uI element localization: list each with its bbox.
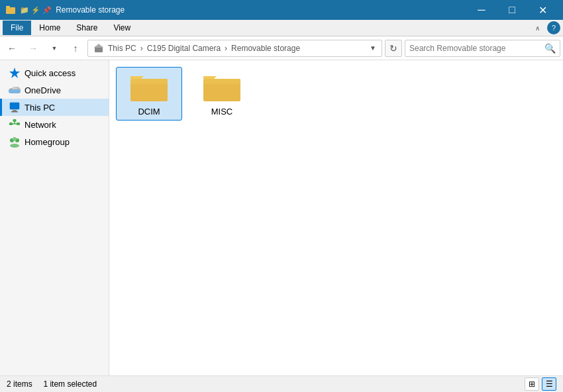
refresh-button[interactable]: ↻: [385, 40, 402, 57]
breadcrumb-removable[interactable]: Removable storage: [231, 44, 300, 53]
sidebar: Quick access OneDrive Thi: [0, 60, 109, 375]
search-input[interactable]: [409, 44, 544, 53]
sidebar-label-onedrive: OneDrive: [25, 85, 61, 95]
list-view-button[interactable]: ☰: [542, 377, 556, 391]
window-controls: ─ □ ✕: [466, 0, 558, 20]
onedrive-icon: [9, 84, 21, 96]
misc-folder-label: MISC: [211, 107, 233, 117]
status-bar: 2 items 1 item selected ⊞ ☰: [0, 375, 563, 392]
network-icon: [9, 119, 21, 130]
svg-point-21: [10, 144, 19, 148]
up-dropdown-button[interactable]: ▼: [45, 39, 64, 58]
dcim-folder-icon: [129, 71, 169, 104]
status-separator: [34, 379, 41, 389]
quick-access-icon: [9, 67, 21, 79]
svg-rect-25: [203, 79, 240, 84]
selected-count: 1 item selected: [43, 379, 97, 389]
address-bar[interactable]: This PC › C195 Digital Camera › Removabl…: [87, 40, 382, 57]
folder-item-dcim[interactable]: DCIM: [116, 67, 182, 121]
status-info: 2 items 1 item selected: [7, 379, 97, 389]
content-area: DCIM MISC: [109, 60, 563, 375]
svg-rect-8: [9, 89, 21, 93]
maximize-button[interactable]: □: [497, 0, 527, 20]
refresh-icon: ↻: [389, 43, 397, 54]
folder-item-misc[interactable]: MISC: [189, 67, 255, 121]
home-icon: [93, 43, 104, 54]
back-button[interactable]: ←: [3, 39, 21, 58]
taskbar-icons: 📁 ⚡ 📌: [20, 6, 52, 15]
main-area: Quick access OneDrive Thi: [0, 60, 563, 375]
grid-view-button[interactable]: ⊞: [525, 377, 539, 391]
breadcrumb-camera[interactable]: C195 Digital Camera: [147, 44, 221, 53]
window-icon: [5, 5, 16, 15]
forward-icon: →: [28, 43, 38, 54]
svg-marker-4: [9, 68, 20, 78]
svg-rect-11: [11, 111, 18, 113]
grid-view-icon: ⊞: [529, 379, 535, 389]
tab-home[interactable]: Home: [31, 21, 68, 35]
tab-share[interactable]: Share: [68, 21, 105, 35]
tab-view[interactable]: View: [105, 21, 138, 35]
back-icon: ←: [7, 43, 17, 54]
sidebar-label-this-pc: This PC: [25, 103, 55, 113]
svg-rect-1: [6, 6, 10, 7]
sidebar-item-quick-access[interactable]: Quick access: [0, 64, 109, 81]
svg-marker-3: [94, 44, 103, 48]
forward-button[interactable]: →: [24, 39, 42, 58]
minimize-button[interactable]: ─: [466, 0, 497, 20]
sidebar-item-homegroup[interactable]: Homegroup: [0, 133, 109, 150]
up-icon: ↑: [74, 43, 78, 54]
svg-rect-14: [13, 119, 17, 122]
sidebar-label-homegroup: Homegroup: [25, 137, 70, 147]
title-bar: 📁 ⚡ 📌 Removable storage ─ □ ✕: [0, 0, 563, 20]
sidebar-label-network: Network: [25, 120, 56, 130]
sidebar-item-onedrive[interactable]: OneDrive: [0, 81, 109, 99]
address-dropdown-icon[interactable]: ▼: [370, 44, 376, 52]
svg-rect-23: [130, 79, 168, 84]
breadcrumb-this-pc[interactable]: This PC: [108, 44, 136, 53]
up-button[interactable]: ↑: [66, 39, 85, 58]
sidebar-item-this-pc[interactable]: This PC: [0, 99, 109, 116]
sidebar-item-network[interactable]: Network: [0, 116, 109, 133]
view-controls: ⊞ ☰: [525, 377, 556, 391]
toolbar: ← → ▼ ↑ This PC › C195 Digital Camera › …: [0, 36, 563, 60]
window-title: Removable storage: [56, 5, 125, 15]
svg-rect-0: [6, 7, 15, 14]
close-button[interactable]: ✕: [527, 0, 558, 20]
sidebar-label-quick-access: Quick access: [25, 68, 76, 78]
search-box[interactable]: 🔍: [405, 40, 560, 57]
item-count: 2 items: [7, 379, 32, 389]
tab-file[interactable]: File: [3, 21, 31, 35]
folder-grid: DCIM MISC: [116, 67, 556, 121]
svg-rect-9: [10, 103, 19, 109]
search-icon: 🔍: [544, 43, 556, 54]
svg-point-20: [13, 137, 17, 141]
homegroup-icon: [9, 136, 21, 148]
misc-folder-icon: [202, 71, 242, 104]
svg-rect-10: [13, 110, 17, 111]
help-button[interactable]: ?: [547, 21, 560, 34]
this-pc-icon: [9, 101, 21, 113]
dcim-folder-label: DCIM: [138, 107, 160, 117]
ribbon-tabs: File Home Share View ∧ ?: [0, 20, 563, 36]
ribbon-expand-button[interactable]: ∧: [530, 21, 544, 35]
list-view-icon: ☰: [546, 379, 553, 389]
